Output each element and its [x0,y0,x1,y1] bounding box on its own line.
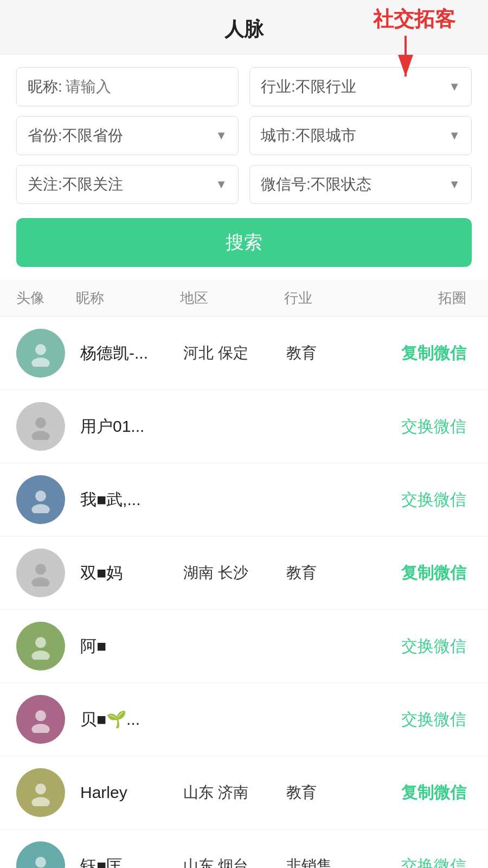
contact-name: 贝■🌱... [70,709,183,731]
table-row: 阿■ 交换微信 [0,610,488,683]
contact-action[interactable]: 交换微信 [363,855,472,869]
wechat-arrow-icon: ▼ [448,177,460,192]
industry-label: 行业:不限行业 [261,76,356,97]
svg-point-10 [35,637,46,648]
contact-name: 阿■ [70,635,183,658]
search-button[interactable]: 搜索 [16,218,472,267]
svg-point-2 [35,344,46,355]
contact-action[interactable]: 交换微信 [363,709,472,731]
follow-label: 关注:不限关注 [28,174,123,195]
contact-region: 湖南 长沙 [183,563,286,583]
contact-industry: 教育 [286,782,363,803]
col-header-avatar: 头像 [16,289,70,308]
svg-point-8 [35,564,46,575]
contact-industry: 非销售... [286,856,363,868]
table-header: 头像 昵称 地区 行业 拓圈 [0,280,488,317]
action-button[interactable]: 复制微信 [401,564,466,582]
avatar-cell [16,841,70,868]
contact-list: 杨德凯-... 河北 保定 教育 复制微信 用户01... 交换微信 [0,317,488,868]
svg-point-14 [35,783,46,794]
svg-point-11 [31,650,49,660]
avatar-cell [16,548,70,597]
svg-point-5 [31,431,49,440]
follow-select[interactable]: 关注:不限关注 ▼ [16,165,239,204]
action-button[interactable]: 交换微信 [401,417,466,435]
avatar-cell [16,622,70,671]
contact-action[interactable]: 交换微信 [363,489,472,511]
svg-point-9 [31,577,49,586]
avatar-cell [16,768,70,817]
svg-point-13 [31,724,49,733]
contact-region: 河北 保定 [183,343,286,363]
avatar [16,402,65,451]
page-title: 人脉 [224,18,264,40]
action-button[interactable]: 交换微信 [401,710,466,728]
avatar [16,329,65,378]
table-row: 用户01... 交换微信 [0,390,488,463]
contact-name: 双■妈 [70,562,183,584]
action-button[interactable]: 交换微信 [401,857,466,869]
province-select[interactable]: 省份:不限省份 ▼ [16,116,239,155]
contact-name: 我■武,... [70,489,183,511]
city-arrow-icon: ▼ [448,129,460,143]
province-arrow-icon: ▼ [215,129,227,143]
svg-point-15 [31,797,49,806]
contact-region: 山东 济南 [183,782,286,803]
svg-point-16 [35,857,46,867]
contact-name: 杨德凯-... [70,342,183,365]
avatar [16,548,65,597]
follow-arrow-icon: ▼ [215,177,227,192]
contact-industry: 教育 [286,563,363,583]
col-header-action: 拓圈 [362,289,472,308]
svg-point-3 [31,358,49,367]
col-header-name: 昵称 [70,289,180,308]
table-row: 杨德凯-... 河北 保定 教育 复制微信 [0,317,488,390]
svg-point-6 [35,490,46,501]
contact-action[interactable]: 交换微信 [363,416,472,438]
avatar-cell [16,402,70,451]
header: 人脉 社交拓客 [0,0,488,54]
col-header-industry: 行业 [284,289,362,308]
province-label: 省份:不限省份 [28,125,123,146]
svg-point-7 [31,504,49,513]
wechat-select[interactable]: 微信号:不限状态 ▼ [249,165,472,204]
table-row: Harley 山东 济南 教育 复制微信 [0,756,488,829]
action-button[interactable]: 复制微信 [401,344,466,362]
contact-industry: 教育 [286,343,363,363]
annotation-arrow [373,33,438,82]
table-row: 贝■🌱... 交换微信 [0,683,488,756]
avatar [16,622,65,671]
wechat-label: 微信号:不限状态 [261,174,371,195]
avatar [16,695,65,744]
contact-action[interactable]: 复制微信 [363,782,472,804]
svg-point-4 [35,417,46,428]
city-select[interactable]: 城市:不限城市 ▼ [249,116,472,155]
nickname-label: 昵称: [28,76,62,97]
table-row: 双■妈 湖南 长沙 教育 复制微信 [0,537,488,610]
table-row: 钰■匡 山东 烟台 非销售... 交换微信 [0,829,488,868]
svg-point-12 [35,710,46,721]
annotation-text: 社交拓客 [373,5,455,33]
contact-action[interactable]: 复制微信 [363,562,472,584]
contact-region: 山东 烟台 [183,856,286,868]
nickname-input[interactable] [62,78,227,95]
avatar-cell [16,475,70,524]
action-button[interactable]: 交换微信 [401,637,466,655]
nickname-input-wrap[interactable]: 昵称: [16,67,239,106]
contact-name: 用户01... [70,416,183,438]
avatar-cell [16,695,70,744]
filter-row-3: 关注:不限关注 ▼ 微信号:不限状态 ▼ [16,165,472,204]
action-button[interactable]: 交换微信 [401,490,466,508]
filter-row-2: 省份:不限省份 ▼ 城市:不限城市 ▼ [16,116,472,155]
city-label: 城市:不限城市 [261,125,356,146]
contact-action[interactable]: 复制微信 [363,342,472,365]
avatar [16,841,65,868]
filter-section: 昵称: 行业:不限行业 ▼ 省份:不限省份 ▼ 城市:不限城市 ▼ 关注:不限关… [0,54,488,280]
action-button[interactable]: 复制微信 [401,783,466,801]
table-row: 我■武,... 交换微信 [0,463,488,537]
contact-name: Harley [70,783,183,802]
avatar [16,768,65,817]
contact-name: 钰■匡 [70,855,183,869]
contact-action[interactable]: 交换微信 [363,635,472,658]
col-header-region: 地区 [180,289,284,308]
